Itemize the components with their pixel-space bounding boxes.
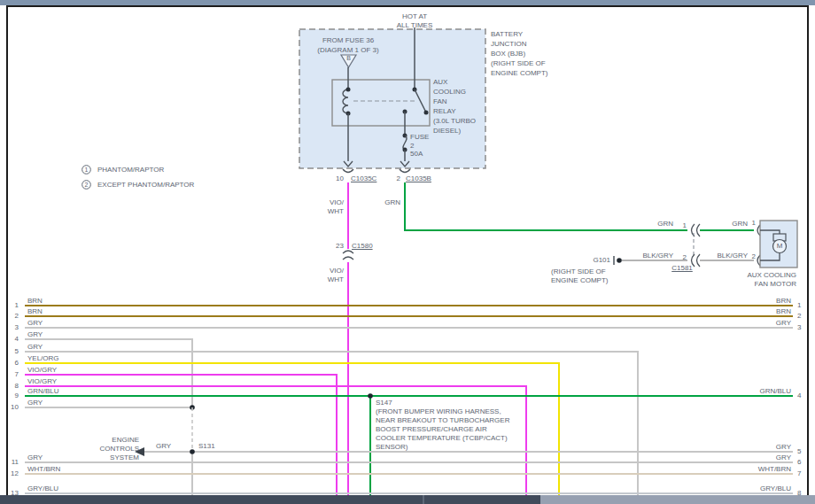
row-number-left: 7 <box>4 370 19 379</box>
pin-10: 10 <box>329 174 344 183</box>
row-number-left: 2 <box>4 312 19 321</box>
splice-label-s131: S131 <box>198 442 215 451</box>
bjb-label-line1: BATTERY <box>491 30 523 39</box>
row-number-left: 10 <box>4 403 19 412</box>
s147-note-line3: BOOST PRESSURE/CHARGE AIR <box>376 425 487 434</box>
wire-label-vio-wht-b2: WHT <box>319 275 344 284</box>
legend-text-1: PHANTOM/RAPTOR <box>97 166 164 174</box>
bjb-label-line5: ENGINE COMPT) <box>491 69 547 78</box>
row-number-right: 6 <box>797 458 808 467</box>
row-label-left: VIO/GRY <box>27 377 57 386</box>
relay-switch-blade-end <box>424 111 429 115</box>
horizontal-scrollbar-track[interactable] <box>0 495 815 504</box>
relay-label-line5: (3.0L TURBO <box>433 117 476 126</box>
row-label-left: GRN/BLU <box>27 387 59 396</box>
wire-label-vio-wht-a2: WHT <box>319 207 344 216</box>
splice-dot-s131 <box>190 449 195 454</box>
bjb-label-line2: JUNCTION <box>491 40 526 49</box>
relay-label-line6: DIESEL) <box>433 127 461 136</box>
row-number-left: 1 <box>4 301 19 310</box>
s147-note-line5: SENSOR) <box>376 443 408 452</box>
triangle-letter: B <box>344 55 353 62</box>
row-label-right: BRN <box>700 297 791 306</box>
row-label-left: GRY <box>27 454 43 462</box>
row-number-left: 9 <box>4 392 19 400</box>
s147-note-line4: COOLER TEMPERATURE (TCBP/CACT) <box>376 434 508 443</box>
row-label-right: GRY <box>700 454 791 462</box>
relay-coil-terminal-top <box>346 88 351 92</box>
engine-controls-line1: ENGINE <box>80 436 139 445</box>
row-number-right: 5 <box>797 447 808 456</box>
legend-text-2: EXCEPT PHANTOM/RAPTOR <box>97 181 194 190</box>
scrollbar-divider <box>423 495 424 504</box>
row-label-right: GRY <box>700 319 791 328</box>
pin-2-left: 2 <box>675 253 687 262</box>
row-label-left: GRY <box>27 319 43 328</box>
ground-location-line1: (RIGHT SIDE OF <box>551 268 606 276</box>
connector-cup-c1035b <box>400 169 410 173</box>
row-number-left: 6 <box>4 359 19 368</box>
inline-connector-c1580-b <box>343 257 353 260</box>
relay-label-line4: RELAY <box>433 107 456 116</box>
row-label-left: YEL/ORG <box>27 354 59 363</box>
fan-motor-name-line1: AUX COOLING <box>734 271 796 280</box>
connector-link-c1035c[interactable]: C1035C <box>351 174 376 183</box>
engine-controls-line3: SYSTEM <box>80 454 139 462</box>
connector-cup-c1035c <box>343 169 353 173</box>
ground-location-line2: ENGINE COMPT) <box>551 276 608 285</box>
from-fuse-label-line2: (DIAGRAM 1 OF 3) <box>314 46 383 55</box>
row-label-left: BRN <box>27 297 43 306</box>
row-number-right: 2 <box>797 312 808 321</box>
fuse-rating: 50A <box>410 150 423 159</box>
wiring-diagram-viewer: HOT AT ALL TIMES BATTERY JUNCTION BOX (B… <box>0 0 815 504</box>
connector-link-c1035b[interactable]: C1035B <box>406 174 431 183</box>
wire-label-s131-gry: GRY <box>156 442 171 451</box>
row-label-left: GRY <box>27 330 43 339</box>
wire-label-grn-right: GRN <box>706 220 748 229</box>
bjb-label-line4: (RIGHT SIDE OF <box>491 59 546 68</box>
pin-2-right: 2 <box>744 252 756 261</box>
row-number-left: 4 <box>4 335 19 344</box>
ground-label-g101: G101 <box>580 256 610 265</box>
fan-motor-name-line2: FAN MOTOR <box>734 280 796 289</box>
hot-at-label: HOT AT <box>388 12 441 21</box>
connector-link-c1580[interactable]: C1580 <box>352 242 373 251</box>
row-label-left: VIO/GRY <box>27 366 57 375</box>
wire-label-blkgry-left: BLK/GRY <box>631 252 673 260</box>
engine-controls-line2: CONTROLS <box>80 445 139 454</box>
row-number-right: 4 <box>797 392 808 400</box>
connector-link-c1581[interactable]: C1581 <box>661 264 703 273</box>
legend-number-1: 1 <box>82 167 90 174</box>
row-label-left: GRY <box>27 343 43 352</box>
pin-2: 2 <box>385 174 400 183</box>
s147-note-line2: NEAR BREAKOUT TO TURBOCHARGER <box>376 416 509 425</box>
pin-23: 23 <box>329 242 344 251</box>
relay-label-line1: AUX <box>433 78 447 87</box>
ground-dot-g101 <box>617 258 622 263</box>
wire-label-vio-wht-a1: VIO/ <box>319 198 344 207</box>
row-number-left: 11 <box>4 458 19 467</box>
splice-dot-s147 <box>368 393 373 399</box>
scrollbar-thumb[interactable] <box>540 495 815 504</box>
legend-number-2: 2 <box>82 182 90 189</box>
row-label-left: GRY <box>27 399 43 407</box>
row-label-left: GRY/BLU <box>27 485 58 493</box>
row-label-left: WHT/BRN <box>27 465 60 474</box>
row-number-right: 7 <box>797 469 808 478</box>
wire-label-vio-wht-b1: VIO/ <box>319 267 344 275</box>
relay-label-line3: FAN <box>433 97 447 106</box>
row-label-right: BRN <box>700 307 791 316</box>
from-fuse-label-line1: FROM FUSE 36 <box>317 36 379 45</box>
row-label-right: WHT/BRN <box>700 465 791 474</box>
inline-connector-grn-b <box>697 224 701 236</box>
row-number-left: 5 <box>4 347 19 356</box>
row-label-left: BRN <box>27 307 43 316</box>
row-number-right: 1 <box>797 301 808 310</box>
row-number-left: 3 <box>4 323 19 332</box>
wire-label-blkgry-right: BLK/GRY <box>706 252 748 260</box>
row-label-right: GRY <box>700 443 791 452</box>
row-label-right: GRY/BLU <box>700 485 791 493</box>
relay-label-line2: COOLING <box>433 88 466 97</box>
splice-label-s147: S147 <box>376 399 392 407</box>
wire-label-grn-left: GRN <box>631 220 673 229</box>
